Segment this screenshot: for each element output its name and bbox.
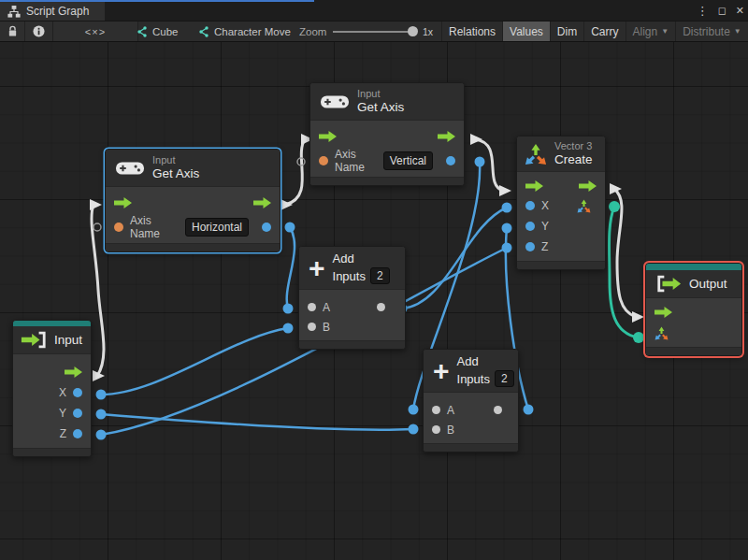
node-footer (13, 448, 91, 456)
graph-canvas[interactable]: Input Get Axis Axis Name Vertical (0, 42, 748, 560)
node-footer (106, 243, 280, 251)
port-label-b: B (447, 424, 454, 437)
flow-in-port[interactable] (654, 307, 672, 318)
input-port-b[interactable] (432, 425, 440, 434)
flow-row (310, 124, 464, 149)
node-add-2[interactable]: + Add Inputs 2 A B (423, 349, 519, 452)
port-label-x: X (59, 386, 66, 399)
port-label-z: Z (541, 240, 548, 253)
close-icon[interactable]: ✕ (736, 5, 744, 17)
node-output[interactable]: Output (645, 263, 742, 356)
input-port-x[interactable] (525, 201, 535, 210)
wire-flow-getaxis-horizontal-to-vertical[interactable] (285, 139, 305, 205)
input-port-a[interactable] (432, 406, 440, 414)
output-port-y[interactable] (73, 409, 82, 418)
port-label-y: Y (59, 407, 66, 420)
port-label-y: Y (541, 220, 549, 233)
gamepad-icon (320, 93, 350, 111)
input-port-y[interactable] (525, 222, 535, 231)
node-caption-bar (646, 264, 741, 270)
node-vector3-create[interactable]: Vector 3 Create X Y (516, 136, 606, 270)
align-dropdown[interactable]: Align ▼ (626, 22, 676, 41)
port-row-b: B (424, 420, 518, 439)
axis-name-field[interactable]: Vertical (383, 151, 433, 170)
node-title: Create (554, 152, 593, 167)
wire-input-x-to-add1-b[interactable] (101, 328, 288, 395)
panel-menu-icon[interactable]: ⋮ (697, 4, 709, 18)
dim-toggle[interactable]: Dim (550, 22, 583, 41)
input-port-z[interactable] (525, 242, 535, 251)
port-row-x: X (13, 382, 91, 403)
result-output-port[interactable] (377, 303, 385, 311)
breadcrumb-character-move[interactable]: Character Move (198, 22, 291, 41)
node-subtitle: Input (152, 154, 199, 166)
node-get-axis-vertical[interactable]: Input Get Axis Axis Name Vertical (309, 82, 465, 186)
zoom-slider-knob[interactable] (408, 26, 418, 36)
inputs-label: Inputs (333, 269, 366, 283)
edit-script-button[interactable]: <×> (53, 22, 138, 41)
node-get-axis-horizontal[interactable]: Input Get Axis Axis Name Horizontal (105, 149, 280, 252)
port-ring-horizontal-axisname[interactable] (94, 223, 101, 231)
inputs-count-field[interactable]: 2 (495, 370, 514, 387)
breadcrumb-cube[interactable]: Cube (137, 22, 179, 41)
node-input[interactable]: Input X Y Z (12, 320, 92, 457)
breadcrumb-label: Character Move (214, 26, 291, 37)
inputs-label: Inputs (457, 372, 490, 386)
node-title: Input (54, 333, 82, 348)
tab-label: Script Graph (26, 5, 89, 18)
vector-wire-endpoints[interactable] (609, 201, 644, 343)
distribute-dropdown[interactable]: Distribute ▼ (675, 22, 748, 41)
axis-name-input-port[interactable] (114, 223, 123, 232)
port-label-z: Z (60, 427, 66, 440)
graph-toolbar: <×> Cube Character Move Zoom 1x Relation… (0, 21, 748, 42)
result-output-port[interactable] (494, 406, 502, 414)
port-row-y: Y (13, 403, 91, 424)
node-title: Add (457, 354, 514, 368)
info-button[interactable] (25, 22, 53, 41)
flow-out-port[interactable] (438, 131, 455, 142)
flow-out-port[interactable] (579, 180, 597, 192)
axis-name-field[interactable]: Horizontal (185, 218, 249, 237)
axis-name-label: Axis Name (335, 148, 377, 174)
flow-out-port[interactable] (65, 366, 82, 378)
port-label-a: A (447, 404, 454, 417)
carry-toggle[interactable]: Carry (583, 22, 625, 41)
node-header: Input Get Axis (310, 83, 464, 121)
axis-name-input-port[interactable] (319, 156, 328, 165)
graph-node-icon (137, 26, 148, 37)
value-row (646, 323, 741, 343)
lock-button[interactable] (0, 22, 25, 41)
axis-name-row: Axis Name Horizontal (106, 215, 280, 239)
port-label-x: X (541, 199, 549, 212)
add-icon: + (433, 359, 450, 383)
flow-out-port[interactable] (253, 197, 271, 208)
vector3-output-port[interactable] (577, 199, 591, 213)
port-row-b: B (299, 317, 405, 337)
flow-in-port[interactable] (525, 180, 543, 192)
inputs-count-field[interactable]: 2 (370, 267, 390, 284)
value-output-port[interactable] (446, 156, 455, 165)
input-port-b[interactable] (308, 323, 316, 331)
output-icon (655, 275, 682, 293)
flow-in-port[interactable] (114, 197, 132, 208)
relations-toggle[interactable]: Relations (441, 22, 502, 41)
flow-in-port[interactable] (319, 131, 337, 142)
node-header: + Add Inputs 2 (299, 247, 405, 290)
node-header: Output (646, 270, 741, 298)
maximize-icon[interactable]: ◻ (718, 5, 726, 17)
node-header: + Add Inputs 2 (424, 350, 518, 393)
output-port-z[interactable] (73, 429, 82, 438)
input-port-a[interactable] (308, 303, 316, 311)
values-toggle[interactable]: Values (502, 22, 550, 41)
wire-horizontal-value-to-add1-a[interactable] (287, 227, 295, 309)
tab-script-graph[interactable]: Script Graph (0, 2, 105, 21)
vector3-input-port[interactable] (654, 326, 669, 340)
node-subtitle: Input (357, 88, 404, 100)
script-graph-icon (7, 6, 21, 18)
value-output-port[interactable] (262, 223, 271, 232)
zoom-slider-track[interactable] (333, 31, 415, 33)
node-add-1[interactable]: + Add Inputs 2 A B (298, 246, 406, 350)
breadcrumb-label: Cube (152, 26, 179, 37)
node-header: Input (13, 326, 91, 354)
output-port-x[interactable] (73, 388, 82, 397)
